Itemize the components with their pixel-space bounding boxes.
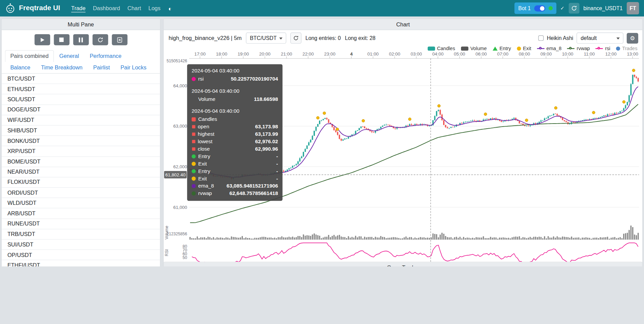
chart-panel: Chart high_frog_binance_v226 | 5m BTC/US… [163,19,643,266]
svg-text:08:00: 08:00 [519,51,530,57]
tooltip-marker [192,162,196,166]
tooltip-row-lowest: lowest62,976.02 [192,138,278,145]
bot-selector[interactable]: Bot 1 [514,2,556,14]
pair-item-xrp-usdt[interactable]: XRP/USDT [2,146,160,157]
brand[interactable]: Freqtrade UI [5,3,60,14]
plot-config-select[interactable]: default [577,33,624,44]
legend-entry[interactable]: Entry [492,45,511,51]
pair-item-wif-usdt[interactable]: WIF/USDT [2,115,160,126]
svg-text:50: 50 [183,255,187,260]
svg-text:02:00: 02:00 [389,51,400,57]
legend-marker [596,46,603,50]
play-button[interactable] [34,34,50,45]
plot-settings-button[interactable]: ⚙ [627,33,638,44]
pair-item-near-usdt[interactable]: NEAR/USDT [2,167,160,177]
tooltip-label: rvwap [198,190,212,197]
tooltip-row-entry: Entry- [192,153,278,160]
multi-pane-header: Multi Pane [2,19,160,30]
tooltip-section: 2024-05-04 03:40:00rsi50.22577020190704 [192,68,278,83]
navbar: Freqtrade UI TradeDashboardChartLogs ◐ B… [0,0,644,17]
svg-text:22:00: 22:00 [302,51,314,57]
pair-item-bonk-usdt[interactable]: BONK/USDT [2,136,160,146]
tab-performance[interactable]: Performance [84,50,127,62]
tab-time-breakdown[interactable]: Time Breakdown [36,62,88,73]
tab-pairs-combined[interactable]: Pairs combined [5,50,54,62]
tooltip-row-exit: Exit- [192,175,278,182]
tooltip-value: 63,173.98 [255,123,278,131]
pair-item-op-usdt[interactable]: OP/USDT [2,250,160,260]
open-trades-panel: Open Trades IDPairAmountStake amountOpen… [163,262,643,266]
reload-icon [97,37,103,43]
tooltip-marker [192,125,196,129]
legend-label: rsi [605,45,610,51]
pair-item-wld-usdt[interactable]: WLD/USDT [2,198,160,209]
legend-ema_8[interactable]: ema_8 [537,45,561,51]
legend-trades[interactable]: Trades [616,45,637,51]
pair-item-btc-usdt[interactable]: BTC/USDT [2,74,160,84]
legend-volume[interactable]: Volume [461,45,487,51]
tooltip-value: - [276,168,278,175]
bot-toggle[interactable] [534,5,545,11]
legend-label: Trades [622,45,638,51]
legend-exit[interactable]: Exit [517,45,531,51]
svg-text:04:00: 04:00 [432,51,443,57]
pair-item-arb-usdt[interactable]: ARB/USDT [2,209,160,219]
legend-marker [461,46,468,50]
pair-list: BTC/USDTETH/USDTSOL/USDTDOGE/USDTWIF/USD… [2,74,160,266]
tooltip-marker [192,140,196,143]
legend-rsi[interactable]: rsi [596,45,610,51]
tooltip-marker [192,191,196,195]
legend-label: Exit [523,45,531,51]
tooltip-section: 2024-05-04 03:40:00Candlesopen63,173.98h… [192,108,278,197]
tooltip-value: - [276,175,278,182]
legend-candles[interactable]: Candles [428,45,455,51]
pairs-tabs: Pairs combinedGeneralPerformanceBalanceT… [2,48,160,73]
tooltip-label: close [198,145,210,153]
tooltip-row-volume: Volume118.66598 [192,95,278,103]
heikin-ashi-label: Heikin Ashi [547,35,573,41]
bot-controls [2,30,160,49]
pair-item-doge-usdt[interactable]: DOGE/USDT [2,105,160,115]
tab-pairlist[interactable]: Pairlist [88,62,115,73]
theme-toggle-icon[interactable]: ◐ [168,5,172,12]
stop-button[interactable] [54,34,69,45]
navbar-right: Bot 1 ✓ binance_USDT1 FT [514,2,639,14]
chart-refresh-button[interactable] [290,33,301,44]
global-reload-button[interactable] [569,3,579,14]
pair-select[interactable]: BTC/USDT [246,33,286,44]
svg-text:01:00: 01:00 [367,51,378,57]
pair-item-eth-usdt[interactable]: ETH/USDT [2,84,160,94]
svg-text:11:00: 11:00 [584,51,595,57]
tooltip-label: open [198,123,209,131]
tab-balance[interactable]: Balance [5,62,36,73]
pair-item-sol-usdt[interactable]: SOL/USDT [2,94,160,105]
tooltip-value: 62,648.75785661418 [229,190,278,197]
pair-item-bome-usdt[interactable]: BOME/USDT [2,157,160,167]
svg-text:Volume: Volume [164,225,169,239]
nav-item-chart[interactable]: Chart [128,5,141,12]
user-avatar[interactable]: FT [627,2,639,14]
pair-item-ethfi-usdt[interactable]: ETHFI/USDT [2,260,160,266]
clear-log-button[interactable] [112,34,127,45]
tab-general[interactable]: General [54,50,84,62]
tab-pair-locks[interactable]: Pair Locks [115,62,152,73]
pair-item-trb-usdt[interactable]: TRB/USDT [2,229,160,240]
svg-text:12:00: 12:00 [605,51,617,57]
chart-canvas[interactable]: 17:0018:0019:0020:0021:0022:0023:00401:0… [164,51,642,266]
legend-rvwap[interactable]: rvwap [567,45,590,51]
pair-item-rune-usdt[interactable]: RUNE/USDT [2,219,160,229]
nav-item-logs[interactable]: Logs [148,5,161,12]
pause-button[interactable] [73,34,89,45]
pair-item-floki-usdt[interactable]: FLOKI/USDT [2,177,160,188]
legend-marker [616,46,620,50]
pair-item-shib-usdt[interactable]: SHIB/USDT [2,126,160,136]
pair-item-ordi-usdt[interactable]: ORDI/USDT [2,188,160,198]
stop-icon [59,38,64,42]
pair-item-sui-usdt[interactable]: SUI/USDT [2,240,160,250]
heikin-ashi-checkbox[interactable] [538,36,544,41]
nav-item-trade[interactable]: Trade [71,5,86,12]
long-exit-stat: Long exit: 28 [345,35,376,41]
legend-label: Volume [470,45,487,51]
reload-config-button[interactable] [92,34,108,45]
nav-item-dashboard[interactable]: Dashboard [93,5,120,12]
